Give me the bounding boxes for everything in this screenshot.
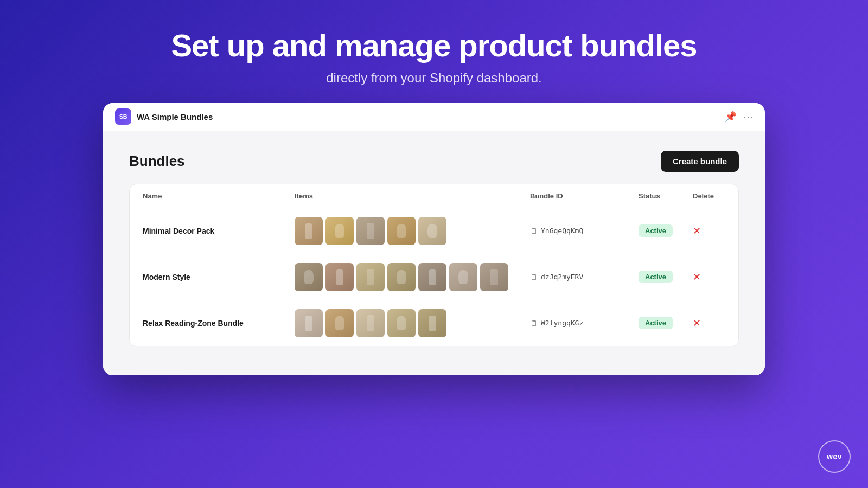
app-name: WA Simple Bundles <box>137 112 213 121</box>
dashboard-window: SB WA Simple Bundles 📌 ⋯ Bundles Create … <box>103 103 765 375</box>
col-header-status: Status <box>639 192 693 200</box>
product-thumb <box>295 309 323 337</box>
bundle-name-minimal: Minimal Decor Pack <box>143 227 295 235</box>
bundles-table: Name Items Bundle ID Status Delete Minim… <box>129 184 739 346</box>
col-header-name: Name <box>143 192 295 200</box>
status-cell-row2: Active <box>639 271 693 283</box>
product-thumb <box>326 217 354 245</box>
product-thumb <box>326 263 354 291</box>
status-cell-row3: Active <box>639 317 693 329</box>
product-thumb <box>418 263 446 291</box>
product-thumb <box>387 309 416 337</box>
bundles-header: Bundles Create bundle <box>129 151 739 172</box>
col-header-delete: Delete <box>693 192 725 200</box>
product-thumb <box>356 217 385 245</box>
table-row: Minimal Decor Pack <box>130 208 738 254</box>
product-thumb <box>480 263 508 291</box>
product-thumb <box>295 217 323 245</box>
window-titlebar: SB WA Simple Bundles 📌 ⋯ <box>103 103 765 131</box>
status-cell-row1: Active <box>639 224 693 237</box>
page-title: Bundles <box>129 153 185 170</box>
delete-cell-row3: ✕ <box>693 317 725 329</box>
delete-button-row1[interactable]: ✕ <box>693 225 701 237</box>
table-row: Relax Reading-Zone Bundle <box>130 300 738 346</box>
table-row: Modern Style <box>130 254 738 300</box>
bundle-id-row3: 🗒 W2lyngqKGz <box>530 319 639 328</box>
titlebar-left: SB WA Simple Bundles <box>115 108 213 125</box>
product-thumb <box>326 309 354 337</box>
delete-button-row3[interactable]: ✕ <box>693 317 701 329</box>
bundle-id-row2: 🗒 dzJq2myERV <box>530 273 639 281</box>
product-thumb <box>387 217 416 245</box>
status-badge: Active <box>639 317 673 329</box>
product-thumb <box>449 263 477 291</box>
create-bundle-button[interactable]: Create bundle <box>661 151 739 172</box>
product-thumb <box>418 309 446 337</box>
pin-icon[interactable]: 📌 <box>725 111 737 123</box>
document-icon: 🗒 <box>530 273 538 281</box>
document-icon: 🗒 <box>530 227 538 235</box>
status-badge: Active <box>639 271 673 283</box>
col-header-bundle-id: Bundle ID <box>530 192 639 200</box>
window-body: Bundles Create bundle Name Items Bundle … <box>103 131 765 375</box>
bundle-id-row1: 🗒 YnGqeQqKmQ <box>530 227 639 235</box>
hero-section: Set up and manage product bundles direct… <box>0 0 868 103</box>
more-options-icon[interactable]: ⋯ <box>743 111 753 123</box>
delete-button-row2[interactable]: ✕ <box>693 271 701 283</box>
hero-title: Set up and manage product bundles <box>0 28 868 63</box>
product-thumb <box>356 309 385 337</box>
hero-subtitle: directly from your Shopify dashboard. <box>0 70 868 86</box>
items-cell-row2 <box>295 263 530 291</box>
delete-cell-row2: ✕ <box>693 271 725 283</box>
watermark: wev <box>818 440 851 473</box>
bundle-name-modern: Modern Style <box>143 273 295 281</box>
bundle-name-relax: Relax Reading-Zone Bundle <box>143 319 295 328</box>
product-thumb <box>418 217 446 245</box>
delete-cell-row1: ✕ <box>693 225 725 237</box>
product-thumb <box>356 263 385 291</box>
app-logo: SB <box>115 108 131 125</box>
items-cell-row1 <box>295 217 530 245</box>
product-thumb <box>295 263 323 291</box>
col-header-items: Items <box>295 192 530 200</box>
table-header: Name Items Bundle ID Status Delete <box>130 184 738 208</box>
titlebar-right: 📌 ⋯ <box>725 111 753 123</box>
document-icon: 🗒 <box>530 319 538 328</box>
items-cell-row3 <box>295 309 530 337</box>
status-badge: Active <box>639 224 673 237</box>
product-thumb <box>387 263 416 291</box>
